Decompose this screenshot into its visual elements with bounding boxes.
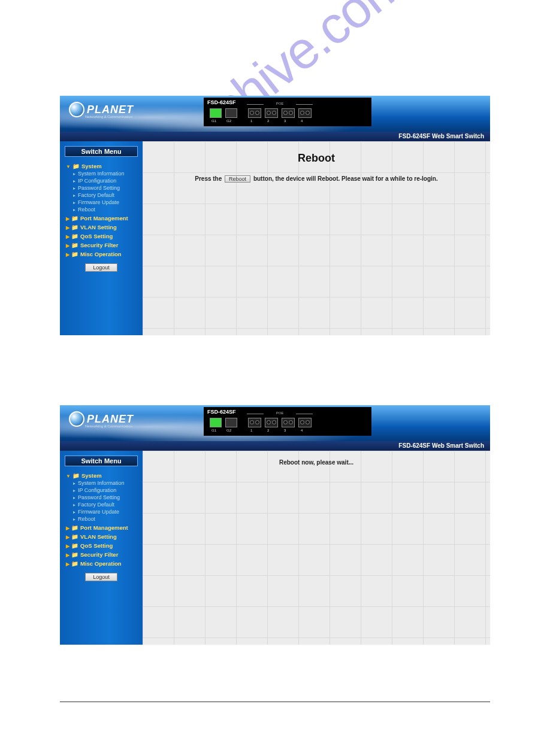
sidebar-item-qos-setting[interactable]: ▶📁QoS Setting — [66, 233, 143, 239]
triangle-right-icon: ▶ — [66, 535, 69, 540]
sidebar-sub-reboot[interactable]: ▸Reboot — [73, 516, 143, 522]
triangle-right-icon: ▶ — [66, 526, 69, 531]
brand-text: PLANET — [87, 104, 134, 116]
port-1-icon — [248, 418, 261, 427]
port-g1-icon — [210, 418, 222, 427]
globe-icon — [69, 411, 84, 427]
header-banner: PLANET Networking & Communication FSD-62… — [60, 96, 490, 132]
footer-divider — [60, 702, 490, 702]
content-area: Reboot now, please wait... — [143, 451, 490, 645]
port-label: 2 — [267, 429, 269, 432]
triangle-right-icon: ▶ — [66, 544, 69, 549]
sidebar-sub-firmware-update[interactable]: ▸Firmware Update — [73, 509, 143, 515]
header-banner: PLANET Networking & Communication FSD-62… — [60, 405, 490, 441]
sidebar-sub-system-information[interactable]: ▸System Information — [73, 480, 143, 486]
folder-icon: 📁 — [71, 242, 78, 248]
folder-icon: 📁 — [72, 163, 80, 169]
sidebar-item-misc-operation[interactable]: ▶📁Misc Operation — [66, 560, 143, 567]
screenshot-reboot-page: PLANET Networking & Communication FSD-62… — [60, 96, 490, 335]
sidebar-sub-ip-configuration[interactable]: ▸IP Configuration — [73, 487, 143, 493]
device-port-panel: FSD-624SF POE G1 G2 1 2 — [204, 407, 371, 436]
port-label: G2 — [226, 119, 231, 123]
triangle-down-icon: ▼ — [66, 164, 71, 169]
sidebar-item-security-filter[interactable]: ▶📁Security Filter — [66, 551, 143, 558]
port-label: 1 — [250, 429, 252, 432]
bullet-icon: ▸ — [73, 488, 75, 493]
sidebar-item-vlan-setting[interactable]: ▶📁VLAN Setting — [66, 224, 143, 230]
brand-tagline: Networking & Communication — [85, 115, 132, 119]
bullet-icon: ▸ — [73, 495, 75, 500]
logout-button[interactable]: Logout — [85, 573, 117, 581]
folder-icon: 📁 — [71, 251, 78, 257]
bullet-icon: ▸ — [73, 517, 75, 522]
folder-icon: 📁 — [71, 224, 78, 230]
bullet-icon: ▸ — [73, 178, 75, 184]
reboot-status-message: Reboot now, please wait... — [143, 459, 490, 466]
logout-button[interactable]: Logout — [85, 263, 117, 272]
sidebar-sub-ip-configuration[interactable]: ▸IP Configuration — [73, 178, 143, 184]
folder-icon: 📁 — [71, 542, 78, 549]
bullet-icon: ▸ — [73, 481, 75, 486]
sidebar-sub-factory-default[interactable]: ▸Factory Default — [73, 502, 143, 508]
sidebar-item-qos-setting[interactable]: ▶📁QoS Setting — [66, 542, 143, 549]
sidebar-sub-firmware-update[interactable]: ▸Firmware Update — [73, 199, 143, 205]
model-label: FSD-624SF — [207, 409, 236, 415]
sidebar-sub-reboot[interactable]: ▸Reboot — [73, 207, 143, 212]
sidebar-item-port-management[interactable]: ▶📁Port Management — [66, 524, 143, 531]
port-label: 3 — [284, 119, 286, 123]
port-label: 3 — [284, 429, 286, 432]
bullet-icon: ▸ — [73, 207, 75, 212]
triangle-right-icon: ▶ — [66, 243, 69, 248]
port-1-icon — [248, 108, 261, 118]
port-4-icon — [298, 418, 312, 427]
port-3-icon — [282, 108, 295, 118]
folder-icon: 📁 — [71, 233, 78, 239]
port-label: 1 — [250, 119, 252, 123]
triangle-right-icon: ▶ — [66, 216, 69, 221]
bullet-icon: ▸ — [73, 171, 75, 177]
folder-icon: 📁 — [72, 472, 80, 479]
sidebar-sub-system-information[interactable]: ▸System Information — [73, 171, 143, 177]
sidebar-item-security-filter[interactable]: ▶📁Security Filter — [66, 242, 143, 248]
sidebar-item-system[interactable]: ▼📁System — [66, 163, 143, 169]
sidebar: Switch Menu ▼📁System ▸System Information… — [60, 451, 143, 645]
triangle-right-icon: ▶ — [66, 561, 69, 567]
port-label: G2 — [226, 429, 231, 432]
title-bar: FSD-624SF Web Smart Switch — [60, 132, 490, 141]
bullet-icon: ▸ — [73, 193, 75, 198]
triangle-right-icon: ▶ — [66, 552, 69, 558]
bullet-icon: ▸ — [73, 200, 75, 205]
port-2-icon — [265, 108, 278, 118]
menu-header: Switch Menu — [65, 456, 138, 466]
title-bar: FSD-624SF Web Smart Switch — [60, 441, 490, 451]
port-g2-icon — [225, 418, 237, 427]
device-port-panel: FSD-624SF POE G1 G2 1 2 — [204, 98, 371, 126]
folder-icon: 📁 — [71, 533, 78, 540]
sidebar-item-system[interactable]: ▼📁System — [66, 472, 143, 479]
content-area: Reboot Press the Reboot button, the devi… — [143, 141, 490, 335]
reboot-button[interactable]: Reboot — [225, 175, 250, 183]
bullet-icon: ▸ — [73, 509, 75, 515]
sidebar-sub-password-setting[interactable]: ▸Password Setting — [73, 494, 143, 500]
globe-icon — [69, 102, 84, 117]
port-label: G1 — [211, 119, 216, 123]
brand-text: PLANET — [87, 413, 134, 426]
sidebar-item-port-management[interactable]: ▶📁Port Management — [66, 215, 143, 221]
sidebar-sub-factory-default[interactable]: ▸Factory Default — [73, 192, 143, 198]
port-label: 4 — [301, 119, 303, 123]
triangle-right-icon: ▶ — [66, 234, 69, 239]
triangle-right-icon: ▶ — [66, 252, 69, 257]
brand-tagline: Networking & Communication — [85, 424, 132, 428]
sidebar-sub-password-setting[interactable]: ▸Password Setting — [73, 185, 143, 191]
poe-label: POE — [248, 102, 312, 105]
triangle-down-icon: ▼ — [66, 473, 71, 479]
port-4-icon — [298, 108, 312, 118]
model-label: FSD-624SF — [207, 99, 236, 105]
triangle-right-icon: ▶ — [66, 225, 69, 230]
sidebar: Switch Menu ▼📁System ▸System Information… — [60, 141, 143, 335]
port-label: 2 — [267, 119, 269, 123]
port-2-icon — [265, 418, 278, 427]
sidebar-item-misc-operation[interactable]: ▶📁Misc Operation — [66, 251, 143, 257]
screenshot-rebooting-page: PLANET Networking & Communication FSD-62… — [60, 405, 490, 645]
sidebar-item-vlan-setting[interactable]: ▶📁VLAN Setting — [66, 533, 143, 540]
